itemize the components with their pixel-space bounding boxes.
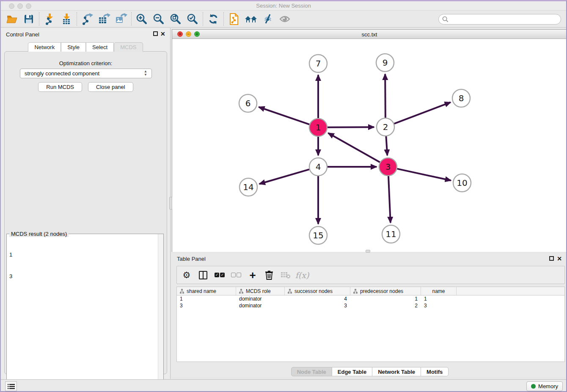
horizontal-splitter-handle[interactable] xyxy=(366,250,370,253)
run-mcds-button[interactable]: Run MCDS xyxy=(38,82,82,92)
cell-predecessor-nodes[interactable]: 1 xyxy=(350,295,421,302)
cell-name[interactable]: 1 xyxy=(421,295,457,302)
cell-name[interactable]: 3 xyxy=(421,302,457,309)
graph-node-label: 14 xyxy=(243,182,253,192)
search-field[interactable] xyxy=(438,14,561,25)
save-session-icon[interactable] xyxy=(20,12,37,26)
zoom-in-icon[interactable] xyxy=(133,12,150,26)
toolbar-separator xyxy=(39,12,39,26)
gear-icon[interactable]: ⚙ xyxy=(181,270,192,281)
export-network-icon[interactable] xyxy=(79,12,96,26)
open-file-icon[interactable] xyxy=(3,12,20,26)
graph-edge-3-1[interactable] xyxy=(328,133,380,162)
mcds-result-title: MCDS result (2 nodes) xyxy=(9,231,69,237)
table-row[interactable]: 1 dominator 4 1 1 xyxy=(177,295,564,302)
memory-button[interactable]: Memory xyxy=(526,381,563,391)
graph-edge-2-3[interactable] xyxy=(386,136,387,155)
graph-edge-3-10[interactable] xyxy=(397,169,451,181)
graph-node-9[interactable]: 9 xyxy=(376,54,394,72)
graph-node-7[interactable]: 7 xyxy=(309,55,327,72)
graph-node-8[interactable]: 8 xyxy=(452,89,470,107)
graph-node-2[interactable]: 2 xyxy=(377,118,394,136)
tab-motifs[interactable]: Motifs xyxy=(421,367,449,376)
graph-edge-2-9[interactable] xyxy=(385,74,385,118)
cell-shared-name[interactable]: 1 xyxy=(177,295,236,302)
show-all-networks-icon[interactable] xyxy=(242,12,259,26)
task-history-button[interactable] xyxy=(5,381,17,391)
column-header-predecessor-nodes[interactable]: predecessor nodes xyxy=(350,287,421,295)
mcds-result-list: 1 3 xyxy=(9,237,25,294)
search-input[interactable] xyxy=(449,15,561,24)
cell-successor-nodes[interactable]: 4 xyxy=(285,295,350,302)
export-image-icon[interactable] xyxy=(113,12,129,26)
close-panel-button[interactable]: Close panel xyxy=(88,82,133,92)
result-scrollbar[interactable] xyxy=(158,234,163,392)
network-window-titlebar[interactable]: × − + scc.txt xyxy=(172,30,567,39)
graph-edge-1-6[interactable] xyxy=(259,107,310,124)
new-network-from-file-icon[interactable] xyxy=(226,12,242,26)
select-all-icon[interactable]: ✓✓ xyxy=(214,270,225,281)
cell-mcds-role[interactable]: dominator xyxy=(236,295,285,302)
graph-node-label: 4 xyxy=(316,162,321,172)
graph-node-11[interactable]: 11 xyxy=(382,225,400,243)
hierarchy-icon xyxy=(239,289,244,294)
graph-node-label: 3 xyxy=(385,162,391,172)
graph-node-3[interactable]: 3 xyxy=(379,158,397,176)
graph-node-6[interactable]: 6 xyxy=(239,94,257,112)
cell-successor-nodes[interactable]: 3 xyxy=(285,302,350,309)
float-table-panel-icon[interactable] xyxy=(549,256,554,261)
add-column-icon[interactable]: + xyxy=(247,270,258,281)
tab-edge-table[interactable]: Edge Table xyxy=(332,367,372,376)
column-header-name[interactable]: name xyxy=(421,287,457,295)
zoom-fit-icon[interactable] xyxy=(167,12,184,26)
hide-selected-icon[interactable] xyxy=(259,12,276,26)
cell-predecessor-nodes[interactable]: 2 xyxy=(350,302,421,309)
column-header-successor-nodes[interactable]: successor nodes xyxy=(285,287,350,295)
mcds-result-box: MCDS result (2 nodes) 1 3 xyxy=(6,234,164,392)
cell-shared-name[interactable]: 3 xyxy=(177,302,236,309)
search-icon xyxy=(442,16,449,22)
zoom-out-icon[interactable] xyxy=(150,12,167,26)
table-panel-title: Table Panel xyxy=(177,256,206,262)
close-panel-icon[interactable]: ✕ xyxy=(160,31,165,36)
graph-node-label: 9 xyxy=(383,58,388,68)
delete-column-icon[interactable] xyxy=(264,270,275,281)
close-table-panel-icon[interactable]: ✕ xyxy=(557,256,562,261)
graph-edge-1-2[interactable] xyxy=(328,127,374,127)
vertical-splitter-handle[interactable] xyxy=(169,197,172,210)
column-header-mcds-role[interactable]: MCDS role xyxy=(236,287,285,295)
float-panel-icon[interactable] xyxy=(153,31,158,36)
tab-node-table[interactable]: Node Table xyxy=(291,367,332,376)
network-canvas[interactable]: 7968124314101511 xyxy=(172,39,567,252)
graph-edge-3-11[interactable] xyxy=(388,176,391,223)
column-header-shared-name[interactable]: shared name xyxy=(177,287,236,295)
column-selector-icon[interactable] xyxy=(198,270,209,281)
table-row[interactable]: 3 dominator 3 2 3 xyxy=(177,302,564,309)
graph-edge-2-8[interactable] xyxy=(394,102,451,124)
import-network-icon[interactable] xyxy=(41,12,58,26)
graph-node-10[interactable]: 10 xyxy=(453,174,471,192)
graph-node-label: 2 xyxy=(383,122,388,132)
import-table-icon[interactable] xyxy=(58,12,75,26)
export-table-icon[interactable] xyxy=(96,12,113,26)
graph-node-4[interactable]: 4 xyxy=(309,158,327,176)
show-hidden-icon xyxy=(276,12,293,26)
graph-edge-4-14[interactable] xyxy=(259,169,309,184)
window-titlebar: Session: New Session xyxy=(1,1,566,11)
deselect-all-icon[interactable] xyxy=(231,270,242,281)
criterion-select[interactable]: strongly connected component ▲▼ xyxy=(20,69,152,78)
tab-style[interactable]: Style xyxy=(61,42,86,52)
toolbar-separator xyxy=(203,12,203,26)
table-panel: Table Panel ✕ ⚙ ✓✓ + f(x) shared name xyxy=(172,254,567,377)
graph-node-label: 8 xyxy=(459,93,464,103)
graph-node-15[interactable]: 15 xyxy=(309,226,327,244)
cell-mcds-role[interactable]: dominator xyxy=(236,302,285,309)
graph-node-1[interactable]: 1 xyxy=(309,119,327,136)
tab-network[interactable]: Network xyxy=(28,42,61,52)
zoom-selected-icon[interactable] xyxy=(184,12,201,26)
tab-select[interactable]: Select xyxy=(86,42,114,52)
graph-node-14[interactable]: 14 xyxy=(239,178,257,196)
tab-network-table[interactable]: Network Table xyxy=(372,367,421,376)
refresh-layout-icon[interactable] xyxy=(205,12,222,26)
tab-mcds[interactable]: MCDS xyxy=(114,42,143,52)
